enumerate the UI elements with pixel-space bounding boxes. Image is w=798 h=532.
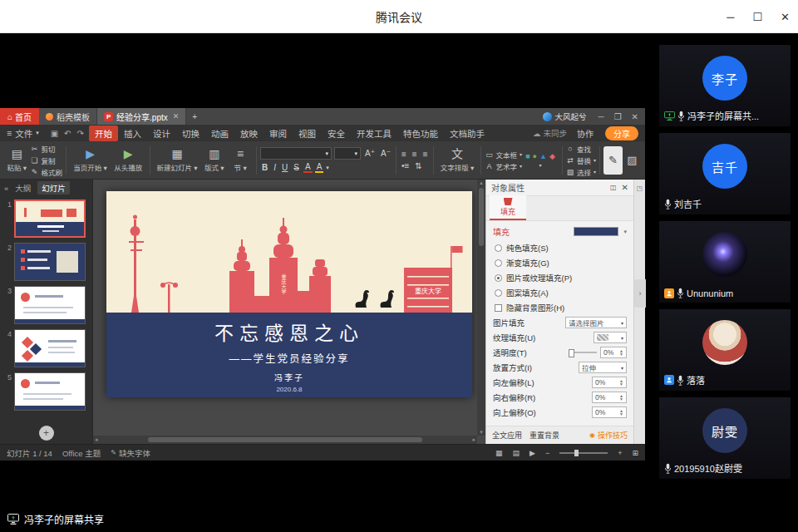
collab-button[interactable]: 协作 (572, 127, 598, 140)
sync-status[interactable]: ☁ 未同步 (528, 127, 572, 139)
font-size-select[interactable]: ▾ (334, 147, 361, 160)
italic-button[interactable]: I (272, 163, 278, 172)
find-button[interactable]: ○查找 (566, 144, 596, 154)
participant-tile[interactable]: 李子 冯李子的屏幕共... (659, 45, 791, 126)
font-color-button[interactable]: A (303, 162, 313, 173)
section-button[interactable]: ≡ 节 ▾ (228, 148, 253, 172)
shapes-gallery[interactable]: ■ ● ▲ ◆ ▾ (522, 152, 559, 168)
font-name-select[interactable]: ▾ (260, 147, 332, 160)
play-from-current-button[interactable]: ▶ 当页开始 ▾ (70, 148, 111, 172)
participant-tile[interactable]: 落落 (659, 309, 791, 391)
ribbon-tab-security[interactable]: 安全 (322, 126, 351, 141)
wps-minimize-button[interactable]: ─ (598, 112, 604, 121)
redo-icon[interactable]: ↷ (77, 129, 84, 138)
textbox-button[interactable]: ▭文本框▾ (485, 150, 522, 160)
texture-fill-select[interactable]: ▾ (594, 332, 627, 343)
tool-button[interactable]: ▨ (623, 146, 642, 175)
ribbon-tab-animation[interactable]: 动画 (205, 126, 234, 141)
ribbon-tab-transition[interactable]: 切换 (176, 126, 205, 141)
pin-icon[interactable]: ◫ (610, 184, 617, 191)
picture-fill-select[interactable]: 请选择图片▾ (565, 317, 627, 328)
wps-account[interactable]: 大风起兮 (538, 108, 592, 125)
theme-name[interactable]: Office 主题 (62, 447, 101, 459)
cut-button[interactable]: ✂剪切 (31, 144, 63, 154)
participant-tile[interactable]: 尉雯 20195910赵尉雯 (659, 397, 791, 479)
ribbon-tab-insert[interactable]: 插入 (118, 126, 147, 141)
play-from-start-button[interactable]: ▶ 从头播放 (111, 148, 146, 172)
strike-button[interactable]: S (292, 163, 301, 172)
slide-thumbnail-3[interactable] (14, 286, 86, 324)
replace-button[interactable]: ⇄替换▾ (566, 155, 596, 165)
ribbon-tab-review[interactable]: 审阅 (264, 126, 293, 141)
align-left-icon[interactable]: ≡ (400, 150, 408, 159)
panel-close-icon[interactable]: ✕ (622, 183, 628, 192)
docer-tab[interactable]: 稻壳模板 (39, 108, 97, 125)
file-menu[interactable]: ≡ 文件 ▾ (0, 127, 46, 140)
zoom-in-button[interactable]: + (618, 449, 622, 457)
decrease-font-button[interactable]: A⁻ (379, 149, 392, 158)
tab-close-icon[interactable]: ✕ (173, 112, 180, 121)
option-pattern-fill[interactable]: 图案填充(A) (486, 285, 633, 300)
wps-close-button[interactable]: ✕ (632, 112, 638, 121)
participant-tile[interactable]: 吉千 刘吉千 (659, 133, 791, 214)
ribbon-tab-view[interactable]: 视图 (293, 126, 322, 141)
tips-link[interactable]: ◉ 操作技巧 (589, 430, 628, 441)
save-icon[interactable]: ▣ (51, 129, 58, 138)
layout-button[interactable]: ▥ 版式 ▾ (200, 148, 228, 172)
minimize-button[interactable]: ─ (727, 11, 734, 23)
transparency-value[interactable]: 0% ▲▼ (600, 347, 627, 358)
text-arrange-button[interactable]: 文 文字排版 ▾ (437, 148, 478, 172)
shape-triangle-icon[interactable]: ▲ (539, 152, 547, 160)
increase-font-button[interactable]: A⁺ (363, 149, 377, 158)
normal-view-icon[interactable]: ▦ (495, 449, 503, 457)
fill-color-swatch[interactable] (574, 227, 618, 236)
bold-button[interactable]: B (260, 163, 269, 172)
slide-thumbnail-5[interactable] (14, 372, 86, 411)
add-slide-button[interactable]: + (39, 426, 54, 441)
close-button[interactable]: ✕ (781, 11, 790, 23)
align-right-icon[interactable]: ≡ (421, 150, 430, 159)
copy-button[interactable]: ❏复制 (31, 155, 63, 165)
collapse-panel-icon[interactable]: « (4, 184, 8, 193)
slide-thumbnail-2[interactable] (14, 243, 86, 281)
participant-tile[interactable]: Unununium (659, 221, 791, 303)
undo-icon[interactable]: ↶ (64, 129, 71, 138)
option-gradient-fill[interactable]: 渐变填充(G) (486, 255, 633, 270)
zoom-slider[interactable] (559, 452, 608, 454)
offset-right-stepper[interactable]: 0% ▲▼ (592, 392, 627, 403)
ribbon-tab-slideshow[interactable]: 放映 (234, 126, 264, 141)
slide-thumbnail-4[interactable] (14, 329, 86, 367)
ribbon-tab-assistant[interactable]: 文档助手 (444, 126, 490, 141)
maximize-button[interactable]: ☐ (752, 11, 762, 23)
select-button[interactable]: ▧选择▾ (566, 167, 596, 177)
tab-outline[interactable]: 大纲 (15, 182, 31, 194)
paste-button[interactable]: ▤ 粘贴 ▾ (3, 148, 31, 172)
fill-tab[interactable]: 填充 (490, 195, 526, 220)
active-tool-toggle[interactable]: ✎ (603, 146, 623, 175)
wps-restore-button[interactable]: ❐ (614, 112, 622, 121)
ribbon-tab-features[interactable]: 特色功能 (397, 126, 444, 141)
apply-all-button[interactable]: 全文应用 (492, 430, 522, 441)
slideshow-view-icon[interactable]: ▶ (530, 449, 535, 457)
wordart-button[interactable]: A艺术字▾ (485, 161, 522, 171)
sorter-view-icon[interactable]: ▤ (512, 449, 520, 457)
font-status[interactable]: ✎ 缺失字体 (111, 447, 150, 459)
canvas-vertical-scrollbar[interactable]: ▴ ▾ (477, 180, 485, 436)
offset-top-stepper[interactable]: 0% ▲▼ (592, 406, 627, 418)
offset-left-stepper[interactable]: 0% ▲▼ (592, 377, 627, 388)
ribbon-tab-devtools[interactable]: 开发工具 (351, 126, 397, 141)
option-hide-background[interactable]: 隐藏背景图形(H) (486, 300, 633, 315)
option-solid-fill[interactable]: 纯色填充(S) (486, 240, 633, 255)
current-slide[interactable]: 重庆大学 重庆大学 不忘感恩之心 ——学生党员经验分享 冯李子 2020.6.8 (106, 191, 472, 397)
new-tab-button[interactable]: + (186, 108, 203, 125)
highlight-color-button[interactable]: A (315, 162, 324, 173)
underline-button[interactable]: U (280, 163, 289, 172)
assistant-icon[interactable]: ◳ (634, 180, 645, 192)
ribbon-tab-home[interactable]: 开始 (89, 126, 118, 141)
reset-background-button[interactable]: 重置背景 (530, 430, 559, 441)
shape-square-icon[interactable]: ■ (525, 152, 530, 160)
ribbon-tab-design[interactable]: 设计 (147, 126, 176, 141)
placement-select[interactable]: 拉伸▾ (579, 362, 627, 373)
canvas-horizontal-scrollbar[interactable]: ◂▸ (93, 436, 477, 444)
option-picture-fill[interactable]: 图片或纹理填充(P) (486, 270, 633, 285)
